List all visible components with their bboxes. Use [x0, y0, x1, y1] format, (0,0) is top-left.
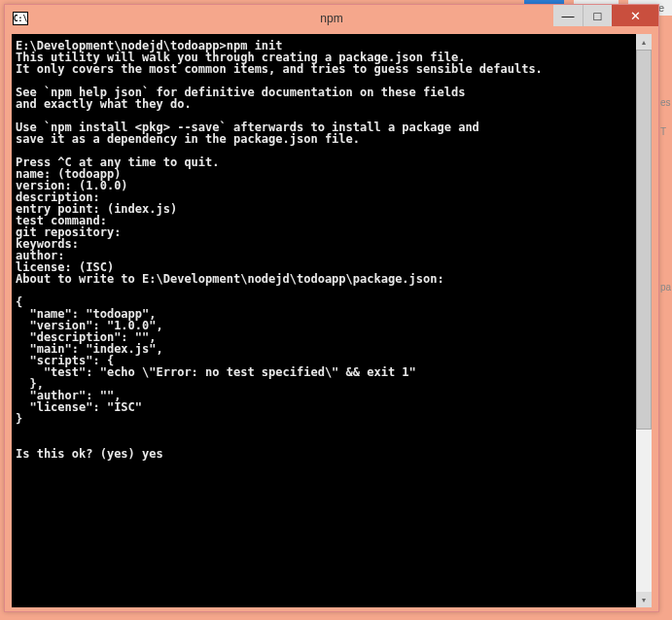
- bg-text-fragment-2: T: [660, 126, 672, 137]
- bg-text-fragment-1: es: [660, 97, 672, 108]
- cmd-icon: C:\: [13, 12, 28, 25]
- scroll-down-button[interactable]: ▾: [636, 592, 652, 607]
- bg-text-fragment-3: pa: [660, 282, 672, 293]
- terminal-container: E:\Development\nodejd\todoapp>npm init T…: [12, 34, 652, 607]
- terminal-output[interactable]: E:\Development\nodejd\todoapp>npm init T…: [12, 34, 636, 607]
- titlebar[interactable]: C:\ npm — □ ✕: [5, 5, 658, 32]
- scroll-thumb[interactable]: [636, 50, 652, 430]
- window-controls: — □ ✕: [553, 5, 658, 26]
- scroll-track[interactable]: [636, 50, 652, 592]
- vertical-scrollbar[interactable]: ▴ ▾: [636, 34, 652, 607]
- cmd-icon-text: C:\: [14, 15, 27, 23]
- close-button[interactable]: ✕: [612, 5, 658, 26]
- maximize-button[interactable]: □: [583, 5, 612, 26]
- minimize-button[interactable]: —: [553, 5, 583, 26]
- scroll-up-button[interactable]: ▴: [636, 34, 652, 50]
- terminal-window: C:\ npm — □ ✕ E:\Development\nodejd\todo…: [4, 4, 659, 612]
